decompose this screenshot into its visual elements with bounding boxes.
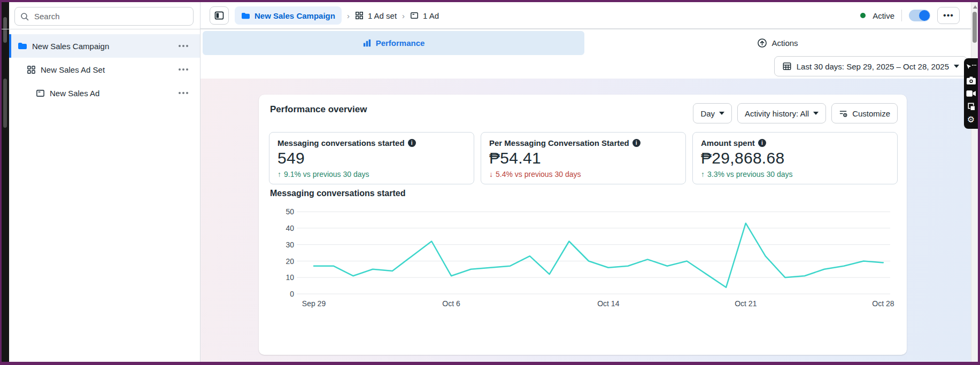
sidebar-toggle-button[interactable]	[210, 6, 229, 25]
sidebar-item-label: New Sales Ad	[50, 89, 99, 98]
camera-icon[interactable]	[966, 75, 976, 86]
edge-handle[interactable]	[3, 79, 7, 128]
customize-button[interactable]: Customize	[831, 103, 898, 123]
row-menu-button[interactable]	[179, 92, 188, 94]
svg-text:Oct 6: Oct 6	[442, 299, 460, 308]
info-icon[interactable]: i	[632, 139, 641, 147]
active-status-dot	[860, 13, 866, 18]
search-icon	[20, 12, 29, 21]
sidebar-item-adset[interactable]: New Sales Ad Set	[9, 58, 200, 81]
metric-value: ₱29,868.68	[701, 149, 889, 167]
breadcrumb-campaign[interactable]: New Sales Campaign	[235, 6, 342, 25]
scrollbar-thumb[interactable]	[973, 12, 977, 43]
svg-text:20: 20	[285, 257, 294, 266]
messaging-conversations-chart: 01020304050Sep 29Oct 6Oct 14Oct 21Oct 28	[259, 201, 907, 340]
info-icon[interactable]: i	[408, 139, 416, 147]
campaign-tree: New Sales Campaign New Sales Ad Set New …	[9, 34, 200, 105]
video-camera-icon[interactable]	[966, 88, 976, 99]
tab-bar: Performance Actions	[200, 29, 971, 57]
toggle-knob	[919, 10, 930, 21]
campaign-active-toggle[interactable]	[909, 10, 930, 21]
ad-frame-icon	[36, 89, 45, 98]
arrow-down-icon: ↓	[489, 170, 493, 178]
activity-history-dropdown[interactable]: Activity history: All	[737, 103, 826, 123]
row-menu-button[interactable]	[179, 68, 188, 71]
customize-sliders-icon	[839, 109, 848, 118]
interval-label: Day	[700, 109, 715, 118]
metric-value: 549	[277, 149, 466, 167]
campaign-tree-sidebar: New Sales Campaign New Sales Ad Set New …	[9, 2, 200, 362]
sidebar-item-ad[interactable]: New Sales Ad	[9, 81, 200, 105]
browser-edge-strip	[2, 2, 9, 362]
date-range-label: Last 30 days: Sep 29, 2025 – Oct 28, 202…	[797, 62, 949, 71]
sidebar-item-label: New Sales Ad Set	[41, 65, 105, 74]
window-frame: New Sales Campaign New Sales Ad Set New …	[0, 0, 980, 365]
status-cluster: Active •••	[860, 2, 960, 29]
sidebar-panel-icon	[214, 10, 225, 21]
metric-amount-spent[interactable]: Amount spent i ₱29,868.68 ↑ 3.3% vs prev…	[692, 132, 898, 184]
tab-label: Performance	[376, 38, 425, 48]
more-options-button[interactable]: •••	[937, 7, 960, 24]
breadcrumb-ad[interactable]: 1 Ad	[410, 11, 439, 20]
chart-title: Messaging conversations started	[270, 189, 405, 198]
tab-label: Actions	[771, 38, 798, 48]
svg-text:0: 0	[290, 290, 294, 298]
screen-capture-toolbar: ⚙	[964, 58, 978, 129]
metric-delta-text: 9.1% vs previous 30 days	[284, 170, 369, 178]
folder-icon	[241, 12, 250, 20]
breadcrumb: New Sales Campaign › 1 Ad set › 1 Ad	[235, 2, 439, 29]
metric-delta-text: 5.4% vs previous 30 days	[496, 170, 581, 178]
adset-grid-icon	[355, 11, 364, 20]
search-field-container	[14, 7, 194, 26]
chart-controls: Day Activity history: All Customize	[693, 103, 898, 123]
svg-text:10: 10	[285, 273, 294, 282]
gear-icon[interactable]: ⚙	[966, 114, 976, 125]
breadcrumb-label: 1 Ad	[423, 11, 439, 20]
tab-performance[interactable]: Performance	[203, 31, 584, 55]
info-icon[interactable]: i	[758, 139, 766, 147]
vertical-scrollbar[interactable]	[971, 2, 978, 362]
arrow-up-icon: ↑	[277, 170, 281, 178]
svg-text:Oct 28: Oct 28	[872, 299, 894, 308]
tab-actions[interactable]: Actions	[584, 31, 971, 55]
chevron-down-icon	[954, 65, 959, 68]
metric-cards: Messaging conversations started i 549 ↑ …	[269, 132, 898, 184]
sidebar-item-label: New Sales Campaign	[32, 42, 109, 51]
metric-value: ₱54.41	[489, 149, 677, 167]
pointer-menu-icon[interactable]	[966, 62, 976, 73]
bar-chart-icon	[362, 38, 372, 48]
scrollbar-up-arrow[interactable]	[973, 5, 977, 9]
metric-conversations-started[interactable]: Messaging conversations started i 549 ↑ …	[269, 132, 474, 184]
metric-title: Amount spent	[701, 138, 755, 147]
ad-frame-icon	[410, 11, 419, 20]
arrow-up-icon: ↑	[701, 170, 705, 178]
windows-icon[interactable]	[966, 101, 976, 112]
chevron-right-icon: ›	[402, 11, 405, 20]
chevron-down-icon	[719, 112, 724, 115]
top-bar: New Sales Campaign › 1 Ad set › 1 Ad Act…	[200, 2, 978, 29]
app-screen: New Sales Campaign New Sales Ad Set New …	[2, 2, 978, 362]
metric-title: Messaging conversations started	[277, 138, 405, 147]
sidebar-item-campaign[interactable]: New Sales Campaign	[9, 34, 200, 58]
calendar-grid-icon	[782, 61, 792, 71]
breadcrumb-adset[interactable]: 1 Ad set	[355, 11, 397, 20]
folder-icon	[18, 42, 27, 50]
header-divider	[2, 29, 971, 29]
metric-cost-per-conversation[interactable]: Per Messaging Conversation Started i ₱54…	[481, 132, 686, 184]
interval-dropdown[interactable]: Day	[693, 103, 732, 123]
card-title: Performance overview	[270, 104, 367, 115]
row-menu-button[interactable]	[179, 45, 188, 47]
date-range-selector[interactable]: Last 30 days: Sep 29, 2025 – Oct 28, 202…	[774, 56, 967, 76]
metric-title: Per Messaging Conversation Started	[489, 138, 629, 147]
svg-text:Sep 29: Sep 29	[302, 299, 326, 308]
svg-text:30: 30	[285, 240, 294, 249]
breadcrumb-label: New Sales Campaign	[254, 11, 335, 20]
edge-handle[interactable]	[3, 17, 7, 43]
search-input[interactable]	[33, 11, 188, 21]
breadcrumb-label: 1 Ad set	[368, 11, 397, 20]
svg-text:Oct 14: Oct 14	[597, 299, 619, 308]
status-badge: Active	[873, 11, 894, 20]
divider	[901, 10, 902, 21]
circle-arrow-up-icon	[757, 38, 767, 48]
customize-label: Customize	[852, 109, 890, 118]
